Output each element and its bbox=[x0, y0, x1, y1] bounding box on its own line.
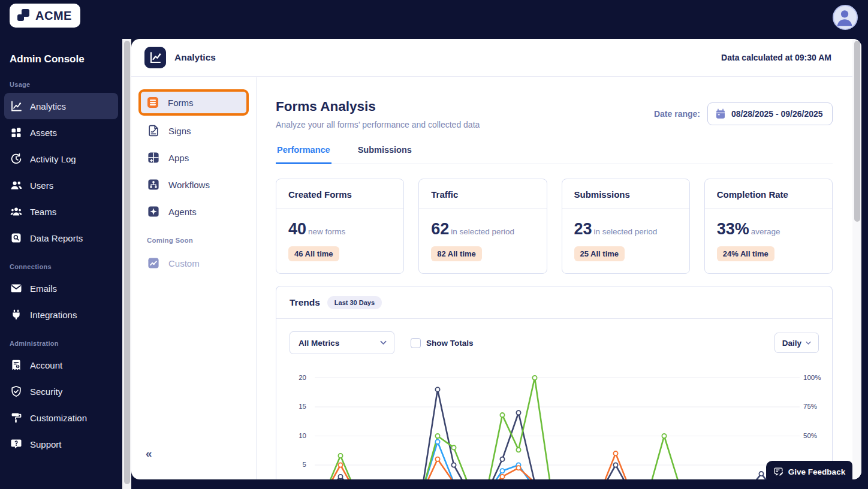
nav-item-label: Apps bbox=[168, 153, 189, 163]
account-icon bbox=[10, 359, 22, 371]
date-range-value: 08/28/2025 - 09/26/2025 bbox=[731, 109, 823, 119]
calendar-icon bbox=[715, 108, 726, 119]
trends-title: Trends bbox=[290, 297, 320, 308]
agents-icon bbox=[147, 205, 160, 218]
stat-card-title: Traffic bbox=[419, 179, 546, 209]
acme-logo-icon bbox=[16, 8, 31, 23]
sidebar-item-teams[interactable]: Teams bbox=[4, 198, 118, 225]
stat-card-title: Completion Rate bbox=[705, 179, 832, 209]
main-panel: Analytics Data calculated at 09:30 AM Fo… bbox=[131, 39, 861, 479]
give-feedback-button[interactable]: Give Feedback bbox=[766, 461, 852, 483]
tabs-bar: PerformanceSubmissions bbox=[276, 145, 833, 164]
user-avatar[interactable] bbox=[833, 5, 858, 30]
metrics-select[interactable]: All Metrics bbox=[290, 331, 394, 354]
stat-suffix: average bbox=[751, 227, 780, 236]
show-totals-checkbox[interactable] bbox=[411, 338, 421, 348]
stat-all-time-badge: 25 All time bbox=[574, 246, 625, 261]
analytics-nav-item-agents[interactable]: Agents bbox=[140, 198, 248, 225]
date-range-input[interactable]: 08/28/2025 - 09/26/2025 bbox=[707, 102, 833, 125]
sidebar-item-analytics[interactable]: Analytics bbox=[4, 93, 118, 119]
analytics-nav: FormsSignsAppsWorkflowsAgents Coming Soo… bbox=[131, 77, 257, 479]
custom-icon bbox=[147, 256, 160, 270]
section-label-usage: Usage bbox=[0, 81, 122, 88]
panel-scrollbar-thumb[interactable] bbox=[854, 41, 860, 222]
y-axis-left-tick: 10 bbox=[276, 432, 306, 439]
sidebar-item-label: Customization bbox=[30, 413, 87, 423]
analytics-nav-item-workflows[interactable]: Workflows bbox=[140, 171, 248, 198]
stat-suffix: in selected period bbox=[451, 227, 514, 236]
analytics-nav-item-forms[interactable]: Forms bbox=[138, 89, 249, 116]
section-label-connections: Connections bbox=[0, 263, 122, 270]
data-calculated-status: Data calculated at 09:30 AM bbox=[721, 53, 831, 62]
apps-icon bbox=[147, 151, 160, 164]
forms-analysis-content: Forms Analysis Analyze your all forms’ p… bbox=[257, 77, 852, 479]
tab-submissions[interactable]: Submissions bbox=[357, 145, 413, 164]
stat-card-traffic: Traffic62in selected period82 All time bbox=[418, 179, 547, 274]
emails-icon bbox=[10, 282, 22, 294]
sidebar-item-security[interactable]: Security bbox=[4, 378, 118, 405]
support-icon bbox=[10, 438, 22, 450]
stat-value: 62 bbox=[431, 220, 449, 238]
security-icon bbox=[10, 385, 22, 397]
collapse-sidebar-button[interactable]: « bbox=[146, 447, 152, 460]
sidebar-item-activity-log[interactable]: Activity Log bbox=[4, 146, 118, 172]
nav-item-label: Custom bbox=[168, 258, 200, 268]
sidebar-item-assets[interactable]: Assets bbox=[4, 119, 118, 146]
stat-all-time-badge: 82 All time bbox=[431, 246, 482, 261]
analytics-app-icon bbox=[144, 47, 166, 68]
panel-header: Analytics Data calculated at 09:30 AM bbox=[131, 39, 861, 77]
y-axis-right-tick: 50% bbox=[803, 432, 817, 439]
feedback-label: Give Feedback bbox=[788, 467, 845, 476]
show-totals-control[interactable]: Show Totals bbox=[411, 338, 474, 348]
date-range-control: Date range: 08/28/2025 - 09/26/2025 bbox=[654, 102, 833, 125]
trends-chart: 510152050%75%100% bbox=[276, 363, 833, 479]
analytics-nav-item-signs[interactable]: Signs bbox=[140, 117, 248, 144]
feedback-icon bbox=[773, 467, 783, 477]
coming-soon-label: Coming Soon bbox=[147, 237, 256, 244]
sidebar-item-customization[interactable]: Customization bbox=[4, 405, 118, 431]
stat-value: 33% bbox=[717, 220, 749, 238]
sidebar-item-users[interactable]: Users bbox=[4, 172, 118, 198]
trends-line-chart bbox=[276, 363, 833, 479]
sidebar-item-data-reports[interactable]: Data Reports bbox=[4, 225, 118, 251]
admin-sidebar: Admin Console UsageAnalyticsAssetsActivi… bbox=[0, 39, 122, 489]
users-icon bbox=[10, 179, 22, 191]
sidebar-item-emails[interactable]: Emails bbox=[4, 275, 118, 301]
activity-log-icon bbox=[10, 153, 22, 165]
chevron-down-icon bbox=[806, 341, 811, 345]
sidebar-item-account[interactable]: Account bbox=[4, 352, 118, 378]
sidebar-item-label: Users bbox=[30, 180, 53, 191]
panel-scrollbar-track bbox=[852, 39, 861, 479]
integrations-icon bbox=[10, 309, 22, 321]
interval-select[interactable]: Daily bbox=[774, 333, 819, 353]
sidebar-item-support[interactable]: Support bbox=[4, 431, 118, 457]
sidebar-item-label: Integrations bbox=[30, 310, 77, 320]
acme-logo[interactable]: ACME bbox=[10, 4, 80, 28]
sidebar-title: Admin Console bbox=[0, 53, 122, 65]
tab-performance[interactable]: Performance bbox=[276, 145, 331, 164]
sidebar-scrollbar-thumb[interactable] bbox=[124, 41, 130, 484]
stat-suffix: in selected period bbox=[594, 227, 658, 236]
analytics-icon bbox=[10, 100, 22, 112]
y-axis-right-tick: 75% bbox=[803, 403, 817, 410]
metrics-select-value: All Metrics bbox=[299, 339, 339, 348]
nav-item-label: Forms bbox=[168, 98, 194, 108]
trends-period-badge: Last 30 Days bbox=[327, 296, 382, 309]
sidebar-scrollbar-track bbox=[122, 39, 131, 489]
interval-select-value: Daily bbox=[782, 339, 801, 348]
analytics-nav-item-apps[interactable]: Apps bbox=[140, 144, 248, 171]
chevron-down-icon bbox=[380, 340, 387, 345]
y-axis-right-tick: 100% bbox=[803, 374, 821, 381]
assets-icon bbox=[10, 126, 22, 138]
sidebar-item-label: Data Reports bbox=[30, 233, 83, 243]
stat-card-title: Created Forms bbox=[276, 179, 403, 209]
nav-item-label: Agents bbox=[168, 207, 197, 217]
stat-value: 40 bbox=[288, 220, 306, 238]
sidebar-item-label: Support bbox=[30, 439, 62, 449]
customization-icon bbox=[10, 412, 22, 424]
trends-card: Trends Last 30 Days All Metrics Show Tot… bbox=[276, 286, 833, 479]
workflows-icon bbox=[147, 178, 160, 191]
sidebar-item-integrations[interactable]: Integrations bbox=[4, 301, 118, 328]
sidebar-item-label: Activity Log bbox=[30, 154, 76, 164]
stat-card-title: Submissions bbox=[562, 179, 689, 209]
